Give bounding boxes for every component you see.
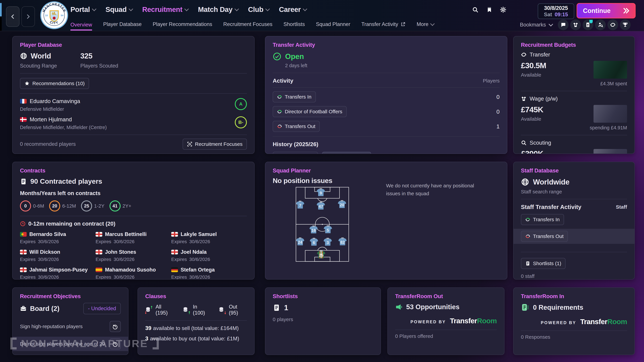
staff-shortlists-button[interactable]: Shortlists (1) bbox=[521, 258, 566, 269]
staff-transfers-out-button[interactable]: Transfers Out bbox=[521, 231, 568, 242]
transfer-activity-panel[interactable]: Transfer Activity Open 2 days left Activ… bbox=[265, 36, 507, 154]
shortlists-panel[interactable]: Shortlists 1 0 players bbox=[265, 287, 381, 355]
nav-match-day[interactable]: Match Day bbox=[198, 5, 238, 13]
competitions-icon[interactable] bbox=[620, 19, 630, 30]
recruitment-budgets-panel[interactable]: Recruitment Budgets Transfer £30.5M Avai… bbox=[513, 36, 635, 154]
game-date[interactable]: 30/8/2025 Sat09:15 bbox=[538, 3, 574, 19]
contract-length-badge: 25 bbox=[81, 200, 92, 212]
objective-history-button[interactable] bbox=[110, 321, 121, 332]
transferroom-in-panel[interactable]: TransferRoom In 0 Requirements POWERED B… bbox=[513, 287, 635, 355]
transfers-in-button[interactable]: Transfers In bbox=[273, 91, 316, 102]
scouting-range-label: Scouting Range bbox=[20, 63, 80, 69]
expiring-player[interactable]: Stefan OrtegaExpires30/6/2026 bbox=[171, 267, 247, 280]
players-scouted-value: 325 bbox=[80, 52, 92, 60]
dof-offers-button[interactable]: Director of Football Offers bbox=[273, 106, 347, 117]
club-badge[interactable]: MANCHESTER CITY 18 94 bbox=[40, 1, 68, 29]
nav-squad[interactable]: Squad bbox=[106, 5, 132, 13]
day-value: Sat bbox=[544, 11, 552, 17]
shortlists-players: 0 players bbox=[273, 317, 373, 322]
recommendations-button[interactable]: Recommendations (10) bbox=[20, 78, 89, 89]
svg-text:18: 18 bbox=[45, 14, 48, 17]
nav-portal[interactable]: Portal bbox=[70, 5, 96, 13]
transfers-out-button[interactable]: Transfers Out bbox=[273, 121, 320, 132]
scouting-icon[interactable] bbox=[595, 19, 606, 30]
staff-database-panel[interactable]: Staff Database Worldwide Staff search ra… bbox=[513, 162, 635, 280]
jersey[interactable]: 82 bbox=[338, 238, 347, 245]
svg-text:7: 7 bbox=[299, 203, 301, 208]
jersey[interactable]: 6 bbox=[310, 238, 318, 246]
sync-icon[interactable] bbox=[608, 19, 618, 30]
squad-planner-panel[interactable]: Squad Planner No position issues We do n… bbox=[265, 162, 507, 280]
player-database-panel[interactable]: Player Database World Scouting Range 325… bbox=[12, 36, 254, 154]
tab-player-recommendations[interactable]: Player Recommendations bbox=[152, 21, 212, 28]
history-transfers-out-button[interactable]: £0Transfers Out bbox=[322, 152, 371, 154]
jersey[interactable]: 9 bbox=[317, 188, 325, 196]
panel-title: Shortlists bbox=[273, 293, 373, 300]
expiring-player[interactable]: Bernardo SilvaExpires30/6/2026 bbox=[20, 231, 96, 244]
divider bbox=[521, 135, 627, 135]
clauses-all-filter[interactable]: All (195) bbox=[145, 304, 174, 316]
nav-career[interactable]: Career bbox=[279, 5, 306, 13]
search-icon[interactable] bbox=[472, 6, 479, 13]
svg-text:3: 3 bbox=[326, 240, 329, 245]
search-icon bbox=[521, 140, 526, 146]
tab-more[interactable]: More bbox=[416, 21, 434, 28]
tab-transfer-activity[interactable]: Transfer Activity bbox=[362, 21, 406, 28]
tab-overview[interactable]: Overview bbox=[70, 22, 92, 30]
recommended-player-row[interactable]: Morten Hjulmand Defensive Midfielder, Mi… bbox=[20, 116, 247, 130]
tab-recruitment-focuses[interactable]: Recruitment Focuses bbox=[223, 21, 272, 28]
jersey[interactable]: 3 bbox=[324, 238, 332, 246]
tab-shortlists[interactable]: Shortlists bbox=[284, 21, 305, 28]
forward-button[interactable] bbox=[22, 6, 35, 27]
expiring-player[interactable]: Joel NdalaExpires30/6/2026 bbox=[171, 249, 247, 262]
bookmark-icon[interactable] bbox=[486, 6, 493, 13]
clauses-in-filter[interactable]: In (100) bbox=[183, 304, 210, 316]
back-button[interactable] bbox=[6, 6, 20, 27]
contracts-panel[interactable]: Contracts 90 Contracted players Months/Y… bbox=[12, 162, 254, 280]
recruitment-focuses-button[interactable]: Recruitment Focuses bbox=[183, 139, 247, 150]
transfer-in-icon bbox=[525, 217, 530, 222]
expiring-player[interactable]: Marcus BettinelliExpires30/6/2026 bbox=[96, 231, 171, 244]
expiring-player[interactable]: Lakyle SamuelExpires30/6/2026 bbox=[171, 231, 247, 244]
history-transfers-in-button[interactable]: £0Transfers In bbox=[273, 152, 318, 154]
jersey[interactable]: 5 bbox=[324, 225, 332, 233]
staff-transfers-in-button[interactable]: Transfers In bbox=[521, 214, 564, 225]
expiring-player[interactable]: Mahamadou SusohoExpires30/6/2026 bbox=[96, 267, 171, 280]
expiring-player[interactable]: Will DicksonExpires30/6/2026 bbox=[20, 249, 96, 262]
recommended-player-row[interactable]: Eduardo Camavinga Defensive Midfielder A bbox=[20, 98, 247, 112]
tab-squad-planner[interactable]: Squad Planner bbox=[316, 21, 350, 28]
jersey[interactable]: 47 bbox=[317, 202, 325, 210]
jersey[interactable]: 20 bbox=[338, 200, 346, 208]
expiring-player[interactable]: John StonesExpires30/6/2026 bbox=[96, 249, 171, 262]
date-value: 30/8/2025 bbox=[544, 5, 568, 11]
expiring-player[interactable]: Jahmai Simpson-PuseyExpires30/6/2026 bbox=[20, 267, 96, 280]
jersey[interactable]: 7 bbox=[296, 201, 304, 209]
svg-text:16: 16 bbox=[312, 228, 316, 233]
continue-button[interactable]: Continue bbox=[576, 3, 636, 18]
jersey[interactable]: 24 bbox=[296, 238, 304, 245]
scouting-range-value: World bbox=[31, 52, 51, 60]
nav-recruitment[interactable]: Recruitment bbox=[142, 5, 188, 13]
nav-club[interactable]: Club bbox=[248, 5, 269, 13]
clock-icon bbox=[20, 221, 26, 227]
clauses-out-filter[interactable]: Out (95) bbox=[218, 304, 247, 316]
transferroom-out-panel[interactable]: TransferRoom Out 53 Opportunities POWERE… bbox=[388, 287, 504, 355]
budget-label: Wage (p/w) bbox=[530, 95, 558, 102]
messages-icon[interactable] bbox=[558, 19, 568, 30]
nation-flag-icon bbox=[20, 99, 27, 104]
tab-player-database[interactable]: Player Database bbox=[103, 21, 142, 28]
globe-icon bbox=[521, 178, 529, 186]
squad-shirt-icon[interactable] bbox=[570, 19, 581, 30]
promises-icon[interactable] bbox=[582, 19, 593, 30]
svg-text:9: 9 bbox=[320, 191, 322, 195]
bookmarks-dropdown[interactable]: Bookmarks bbox=[520, 19, 552, 31]
jersey[interactable]: 16 bbox=[310, 226, 318, 233]
staff-transfers-in-row: Transfers In bbox=[521, 212, 627, 227]
objective-row[interactable]: Sign high-reputation players bbox=[20, 319, 121, 334]
players-scouted-label: Players Scouted bbox=[80, 63, 118, 69]
formation-pitch[interactable]: 97472016524638225 bbox=[296, 187, 349, 262]
gear-icon[interactable] bbox=[500, 6, 507, 13]
divider bbox=[273, 87, 500, 88]
undecided-status-badge[interactable]: - Undecided bbox=[83, 303, 121, 314]
panel-title: TransferRoom Out bbox=[395, 293, 497, 300]
